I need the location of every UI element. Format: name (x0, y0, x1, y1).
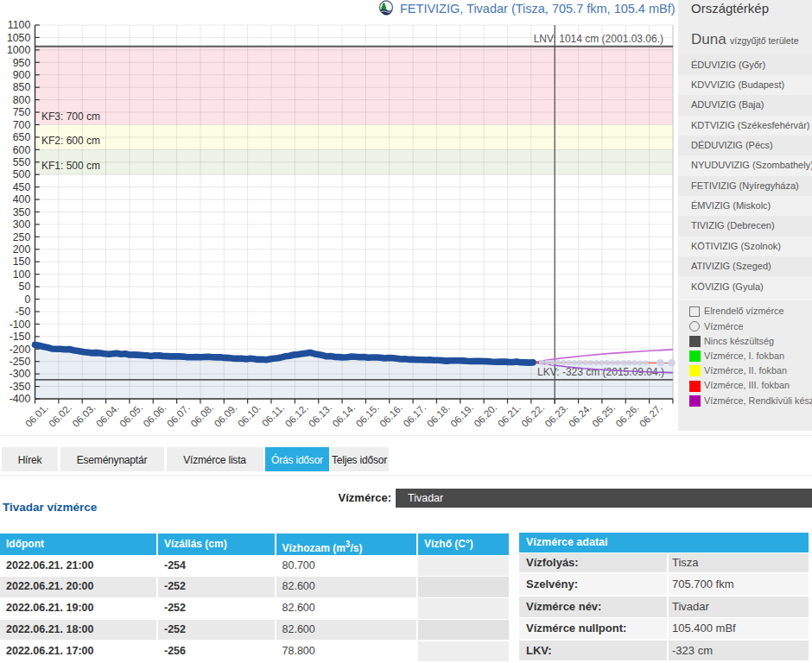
svg-text:550: 550 (13, 156, 31, 168)
svg-text:150: 150 (13, 256, 31, 268)
svg-text:850: 850 (13, 81, 31, 93)
svg-text:06.23.: 06.23. (543, 402, 570, 429)
svg-text:100: 100 (13, 268, 31, 281)
svg-text:950: 950 (13, 57, 31, 69)
svg-text:06.17.: 06.17. (401, 402, 428, 429)
svg-text:06.21.: 06.21. (496, 402, 523, 429)
svg-text:06.16.: 06.16. (377, 402, 404, 429)
svg-text:06.09.: 06.09. (213, 402, 239, 429)
svg-text:750: 750 (13, 106, 31, 118)
svg-text:06.06.: 06.06. (142, 402, 168, 429)
svg-text:06.08.: 06.08. (188, 402, 215, 429)
svg-text:06.22.: 06.22. (519, 402, 546, 429)
svg-text:-150: -150 (10, 331, 31, 343)
svg-text:350: 350 (13, 206, 31, 218)
svg-text:-50: -50 (16, 306, 31, 318)
svg-text:300: 300 (13, 218, 31, 230)
svg-text:06.19.: 06.19. (448, 402, 475, 429)
svg-text:KF3: 700 cm: KF3: 700 cm (41, 110, 100, 123)
svg-text:06.25.: 06.25. (590, 402, 617, 429)
svg-text:200: 200 (13, 243, 31, 256)
svg-text:06.13.: 06.13. (307, 402, 333, 429)
svg-text:06.14.: 06.14. (330, 402, 357, 429)
svg-text:06.01.: 06.01. (23, 402, 50, 429)
svg-text:06.10.: 06.10. (236, 402, 263, 429)
svg-text:450: 450 (13, 181, 31, 193)
svg-text:1000: 1000 (7, 44, 31, 56)
svg-text:KF1: 500 cm: KF1: 500 cm (41, 160, 100, 172)
svg-text:06.24.: 06.24. (567, 402, 593, 429)
svg-text:-350: -350 (10, 381, 31, 393)
svg-text:250: 250 (13, 231, 31, 243)
svg-text:06.02.: 06.02. (47, 402, 73, 429)
svg-text:-300: -300 (10, 368, 31, 380)
svg-text:06.20.: 06.20. (472, 402, 498, 429)
svg-text:900: 900 (13, 69, 31, 81)
svg-text:650: 650 (13, 131, 31, 143)
svg-text:06.11.: 06.11. (260, 402, 286, 428)
svg-text:06.18.: 06.18. (425, 402, 452, 429)
svg-text:06.27.: 06.27. (638, 402, 664, 429)
svg-text:800: 800 (13, 94, 31, 106)
svg-text:600: 600 (13, 144, 31, 156)
svg-text:50: 50 (19, 281, 31, 293)
svg-text:06.12.: 06.12. (283, 402, 310, 429)
svg-text:0: 0 (24, 294, 30, 306)
svg-text:06.15.: 06.15. (354, 402, 381, 429)
svg-text:06.07.: 06.07. (165, 402, 192, 429)
svg-text:1050: 1050 (7, 32, 31, 44)
svg-text:06.26.: 06.26. (614, 402, 641, 429)
svg-text:06.03.: 06.03. (71, 402, 98, 429)
svg-text:500: 500 (13, 168, 31, 180)
svg-text:1100: 1100 (8, 19, 31, 31)
svg-text:700: 700 (13, 119, 31, 131)
svg-text:400: 400 (13, 193, 31, 205)
svg-text:-100: -100 (10, 319, 31, 331)
svg-text:-250: -250 (10, 356, 31, 368)
svg-text:-400: -400 (10, 393, 31, 405)
svg-text:-200: -200 (10, 344, 31, 356)
svg-text:06.05.: 06.05. (117, 402, 144, 429)
svg-text:06.04.: 06.04. (94, 402, 121, 429)
svg-text:KF2: 600 cm: KF2: 600 cm (41, 135, 100, 147)
svg-text:LNV: 1014 cm (2001.03.06.): LNV: 1014 cm (2001.03.06.) (534, 33, 663, 45)
